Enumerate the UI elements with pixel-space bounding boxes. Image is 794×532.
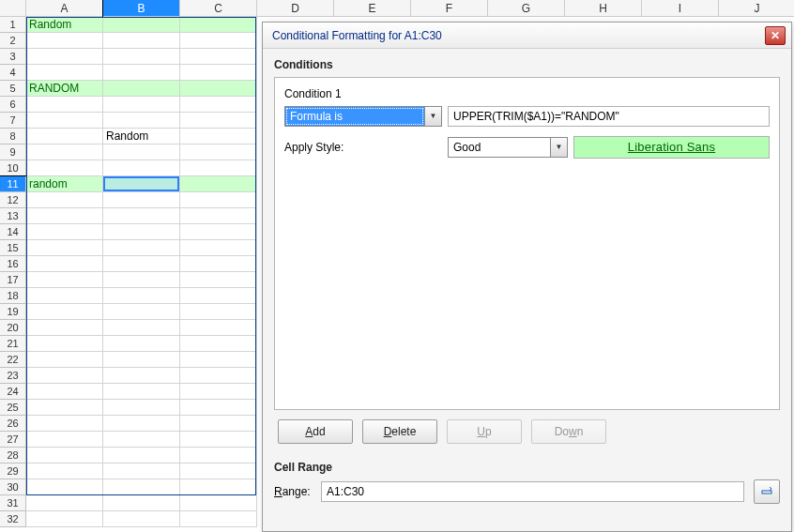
cell-B3[interactable] [103, 49, 180, 65]
row-header-4[interactable]: 4 [0, 65, 26, 81]
condition-type-combobox[interactable]: Formula is ▼ [284, 106, 442, 127]
column-header-H[interactable]: H [565, 0, 642, 17]
cell-A31[interactable] [26, 495, 103, 511]
chevron-down-icon[interactable]: ▼ [550, 138, 567, 157]
cell-B16[interactable] [103, 256, 180, 272]
row-header-6[interactable]: 6 [0, 97, 26, 113]
cell-C11[interactable] [180, 176, 257, 192]
cell-C28[interactable] [180, 448, 257, 464]
cell-A18[interactable] [26, 288, 103, 304]
cell-B29[interactable] [103, 464, 180, 479]
cell-B10[interactable] [103, 160, 180, 176]
cell-A8[interactable] [26, 129, 103, 144]
chevron-down-icon[interactable]: ▼ [424, 107, 441, 126]
cell-A1[interactable]: Random [26, 17, 103, 33]
cell-C10[interactable] [180, 160, 257, 176]
cell-C20[interactable] [180, 320, 257, 336]
cell-C19[interactable] [180, 304, 257, 320]
row-header-17[interactable]: 17 [0, 272, 26, 288]
cell-A15[interactable] [26, 240, 103, 256]
row-header-13[interactable]: 13 [0, 208, 26, 224]
cell-B22[interactable] [103, 352, 180, 368]
cell-A21[interactable] [26, 336, 103, 352]
cell-A16[interactable] [26, 256, 103, 272]
cell-B5[interactable] [103, 81, 180, 97]
cell-B25[interactable] [103, 400, 180, 416]
cell-A5[interactable]: RANDOM [26, 81, 103, 97]
cell-C9[interactable] [180, 144, 257, 160]
column-header-J[interactable]: J [719, 0, 794, 17]
row-header-23[interactable]: 23 [0, 368, 26, 384]
cell-B8[interactable]: Random [103, 129, 180, 144]
cell-B14[interactable] [103, 224, 180, 240]
cell-A14[interactable] [26, 224, 103, 240]
cell-A12[interactable] [26, 192, 103, 208]
cell-B19[interactable] [103, 304, 180, 320]
row-header-22[interactable]: 22 [0, 352, 26, 368]
cell-B27[interactable] [103, 432, 180, 448]
row-header-16[interactable]: 16 [0, 256, 26, 272]
cell-C14[interactable] [180, 224, 257, 240]
cell-C26[interactable] [180, 416, 257, 432]
cell-B18[interactable] [103, 288, 180, 304]
cell-C7[interactable] [180, 113, 257, 129]
cell-A3[interactable] [26, 49, 103, 65]
cell-B23[interactable] [103, 368, 180, 384]
cell-C18[interactable] [180, 288, 257, 304]
corner-box[interactable] [0, 0, 26, 17]
column-header-B[interactable]: B [103, 0, 180, 17]
row-header-5[interactable]: 5 [0, 81, 26, 97]
apply-style-combobox[interactable]: Good ▼ [448, 137, 568, 158]
row-header-2[interactable]: 2 [0, 33, 26, 49]
row-header-15[interactable]: 15 [0, 240, 26, 256]
row-header-32[interactable]: 32 [0, 511, 26, 527]
cell-C16[interactable] [180, 256, 257, 272]
row-header-20[interactable]: 20 [0, 320, 26, 336]
cell-C24[interactable] [180, 384, 257, 400]
cell-C6[interactable] [180, 97, 257, 113]
row-header-1[interactable]: 1 [0, 17, 26, 33]
row-header-8[interactable]: 8 [0, 129, 26, 144]
cell-C2[interactable] [180, 33, 257, 49]
cell-B9[interactable] [103, 144, 180, 160]
cell-A22[interactable] [26, 352, 103, 368]
row-header-21[interactable]: 21 [0, 336, 26, 352]
cell-A11[interactable]: random [26, 176, 103, 192]
column-header-I[interactable]: I [642, 0, 719, 17]
close-button[interactable]: ✕ [765, 26, 786, 45]
column-header-G[interactable]: G [488, 0, 565, 17]
cell-A27[interactable] [26, 432, 103, 448]
column-header-F[interactable]: F [411, 0, 488, 17]
cell-A13[interactable] [26, 208, 103, 224]
row-header-26[interactable]: 26 [0, 416, 26, 432]
cell-C4[interactable] [180, 65, 257, 81]
row-header-19[interactable]: 19 [0, 304, 26, 320]
cell-C29[interactable] [180, 464, 257, 479]
row-header-28[interactable]: 28 [0, 448, 26, 464]
dialog-titlebar[interactable]: Conditional Formatting for A1:C30 ✕ [263, 23, 791, 49]
row-header-27[interactable]: 27 [0, 432, 26, 448]
cell-B2[interactable] [103, 33, 180, 49]
cell-C31[interactable] [180, 495, 257, 511]
cell-B15[interactable] [103, 240, 180, 256]
row-header-12[interactable]: 12 [0, 192, 26, 208]
row-header-18[interactable]: 18 [0, 288, 26, 304]
column-header-D[interactable]: D [257, 0, 334, 17]
cell-C8[interactable] [180, 129, 257, 144]
down-button[interactable]: Down [531, 419, 606, 444]
cell-C12[interactable] [180, 192, 257, 208]
row-header-30[interactable]: 30 [0, 479, 26, 495]
cell-B30[interactable] [103, 479, 180, 495]
cell-C30[interactable] [180, 479, 257, 495]
cell-A32[interactable] [26, 511, 103, 527]
cell-C21[interactable] [180, 336, 257, 352]
cell-A20[interactable] [26, 320, 103, 336]
cell-A19[interactable] [26, 304, 103, 320]
cell-A2[interactable] [26, 33, 103, 49]
cell-A10[interactable] [26, 160, 103, 176]
cell-B13[interactable] [103, 208, 180, 224]
cell-B26[interactable] [103, 416, 180, 432]
cell-B12[interactable] [103, 192, 180, 208]
cell-B4[interactable] [103, 65, 180, 81]
cell-A24[interactable] [26, 384, 103, 400]
